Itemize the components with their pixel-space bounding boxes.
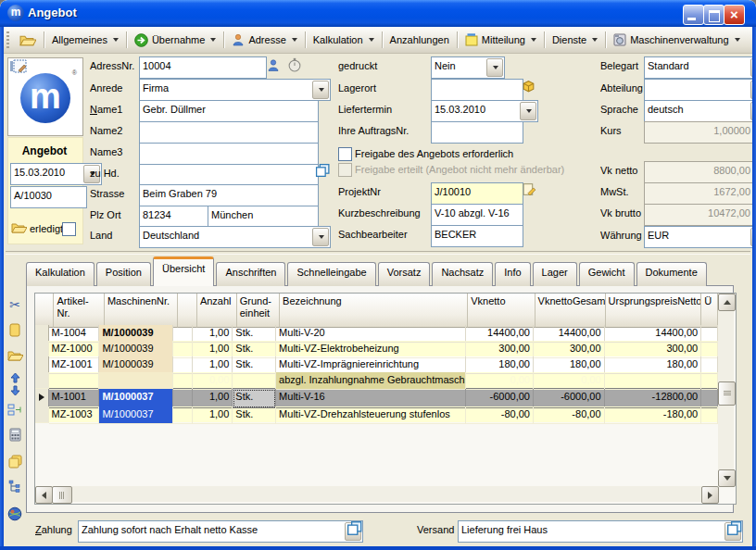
zahlung-select[interactable]: Zahlung sofort nach Erhalt netto Kasse <box>78 520 363 543</box>
tab-anschriften[interactable]: Anschriften <box>216 262 285 286</box>
name3-field[interactable] <box>139 143 319 165</box>
cell-bezeichnung[interactable]: Multi-V-16 <box>276 389 466 408</box>
cell-artikel[interactable]: MZ-1003 <box>49 406 100 424</box>
warehouse-box-icon[interactable] <box>521 79 536 94</box>
liefertermin-select[interactable]: 15.03.2010 <box>431 100 538 122</box>
adressnr-field[interactable]: 10004 <box>139 56 267 79</box>
title-bar[interactable]: m Angebot × <box>0 0 756 27</box>
menu-dienste[interactable]: Dienste <box>547 31 603 48</box>
row-indicator[interactable] <box>35 356 49 373</box>
header-vknettogesamt[interactable]: VknettoGesamt <box>536 294 606 328</box>
maximize-button[interactable] <box>703 5 724 25</box>
projektnr-field[interactable]: J/10010 <box>431 182 523 205</box>
cell-gesamt[interactable]: -80,00 <box>534 406 605 424</box>
cell-blank[interactable] <box>701 389 718 408</box>
copy-icon[interactable] <box>6 453 23 469</box>
close-button[interactable]: × <box>724 5 745 25</box>
table-row-selected[interactable]: M-1001 M/1000037 1,00 Stk. Multi-V-16 -6… <box>35 388 718 406</box>
stopwatch-icon[interactable] <box>287 57 302 72</box>
header-vknetto[interactable]: Vknetto <box>468 294 535 328</box>
tab-gewicht[interactable]: Gewicht <box>579 262 635 286</box>
cell-einheit[interactable]: Stk. <box>233 406 276 424</box>
cell-maschine[interactable]: M/1000037 <box>99 406 172 424</box>
header-grundeinheit[interactable]: Grund- einheit <box>237 294 280 328</box>
cell-bezeichnung[interactable]: abzgl. Inzahlungnahme Gebrauchtmaschine <box>276 372 466 390</box>
project-icon[interactable] <box>522 182 537 196</box>
move-down-icon[interactable] <box>6 384 23 396</box>
table-row[interactable]: 0,00 abzgl. Inzahlungnahme Gebrauchtmasc… <box>35 372 718 388</box>
document-number-field[interactable]: A/10030 <box>10 186 87 208</box>
edit-selection-icon[interactable] <box>9 59 28 76</box>
cell-vknetto[interactable]: -6000,00 <box>466 389 534 408</box>
plz-field[interactable]: 81234 <box>139 206 209 228</box>
scroll-down-button[interactable] <box>718 469 736 487</box>
tab-lager[interactable]: Lager <box>533 262 577 286</box>
cell-maschine[interactable] <box>99 372 172 390</box>
cell-blank[interactable] <box>701 372 718 390</box>
minimize-button[interactable] <box>683 5 704 25</box>
cell-einheit-focused[interactable]: Stk. <box>233 389 276 408</box>
cell-vknetto[interactable]: 0,00 <box>466 372 534 390</box>
name2-field[interactable] <box>139 121 319 144</box>
kurzbeschreibung-field[interactable]: V-10 abzgl. V-16 <box>431 204 523 226</box>
cell-anzahl[interactable]: 0,00 <box>193 372 233 390</box>
dropdown-arrow[interactable] <box>520 102 536 120</box>
paste-icon[interactable] <box>6 321 23 338</box>
sachbearbeiter-field[interactable]: BECKER <box>431 225 523 247</box>
cell-maschine[interactable]: M/1000037 <box>99 389 172 408</box>
header-ueberhang[interactable]: Ü <box>701 294 718 328</box>
table-row[interactable]: MZ-1000 M/1000039 1,00 Stk. Multi-VZ-Ele… <box>35 341 718 356</box>
cell-anzahl[interactable]: 1,00 <box>193 389 233 408</box>
cell-artikel[interactable] <box>49 372 100 390</box>
dropdown-arrow[interactable] <box>486 58 503 77</box>
cell-blank[interactable] <box>701 406 718 424</box>
scroll-up-button[interactable] <box>718 294 736 311</box>
copy-address-icon[interactable] <box>315 163 331 178</box>
header-maschinennr[interactable]: MaschinenNr. <box>105 294 178 328</box>
toolbar-grip[interactable] <box>6 31 9 48</box>
row-indicator[interactable] <box>35 406 49 423</box>
land-select[interactable]: Deutschland <box>139 226 331 248</box>
copy-versand-icon[interactable] <box>726 520 743 536</box>
tab-nachsatz[interactable]: Nachsatz <box>432 262 493 286</box>
belegart-select[interactable]: Standard <box>644 56 756 79</box>
cell-blank[interactable] <box>173 389 193 408</box>
header-artikelnr[interactable]: Artikel- Nr. <box>54 294 104 328</box>
tab-schnelleingabe[interactable]: Schnelleingabe <box>287 262 375 286</box>
cell-gesamt[interactable]: 0,00 <box>534 372 605 390</box>
name1-field[interactable]: Gebr. Düllmer <box>139 100 319 122</box>
row-indicator[interactable] <box>35 372 49 389</box>
cell-gesamt[interactable]: -6000,00 <box>534 389 605 408</box>
tab-vorsatz[interactable]: Vorsatz <box>378 262 431 286</box>
header-ursprungspreisnetto[interactable]: UrsprungspreisNetto <box>606 294 702 328</box>
open-folder-icon[interactable] <box>6 346 23 363</box>
menu-kalkulation[interactable]: Kalkulation <box>308 31 380 48</box>
tab-uebersicht[interactable]: Übersicht <box>153 256 214 286</box>
dropdown-arrow[interactable] <box>312 81 329 99</box>
scroll-left-button[interactable] <box>35 486 53 504</box>
copy-zahlung-icon[interactable] <box>346 520 363 536</box>
row-indicator[interactable] <box>35 341 49 357</box>
document-date-select[interactable]: 15.03.2010 <box>10 163 102 185</box>
menu-mitteilung[interactable]: Mitteilung <box>460 31 542 49</box>
scroll-right-button[interactable] <box>701 486 719 504</box>
menu-adresse[interactable]: Adresse <box>226 31 302 49</box>
table-row[interactable]: MZ-1003 M/1000037 1,00 Stk. Multi-VZ-Dre… <box>35 406 718 422</box>
contact-person-icon[interactable] <box>267 58 280 72</box>
header-bezeichnung[interactable]: Bezeichnung <box>280 294 468 328</box>
lagerort-field[interactable] <box>431 79 523 101</box>
versand-select[interactable]: Lieferung frei Haus <box>458 520 743 543</box>
cell-ursprung[interactable]: -180,00 <box>605 406 702 424</box>
table-row[interactable]: MZ-1001 M/1000039 1,00 Stk. Multi-VZ-Imp… <box>35 356 718 372</box>
cell-einheit[interactable] <box>233 372 276 390</box>
menu-uebernahme[interactable]: Übernahme <box>129 31 221 50</box>
header-anzahl[interactable]: Anzahl <box>197 294 237 328</box>
move-up-icon[interactable] <box>6 371 23 383</box>
freigabe-erforderlich-checkbox[interactable] <box>338 147 352 161</box>
open-button[interactable] <box>14 31 42 49</box>
done-checkbox[interactable] <box>62 222 76 236</box>
tab-dokumente[interactable]: Dokumente <box>636 262 707 286</box>
cell-ursprung[interactable]: -12800,00 <box>605 389 702 408</box>
cell-artikel[interactable]: M-1001 <box>49 389 100 408</box>
sprache-select[interactable]: deutsch <box>644 100 756 122</box>
